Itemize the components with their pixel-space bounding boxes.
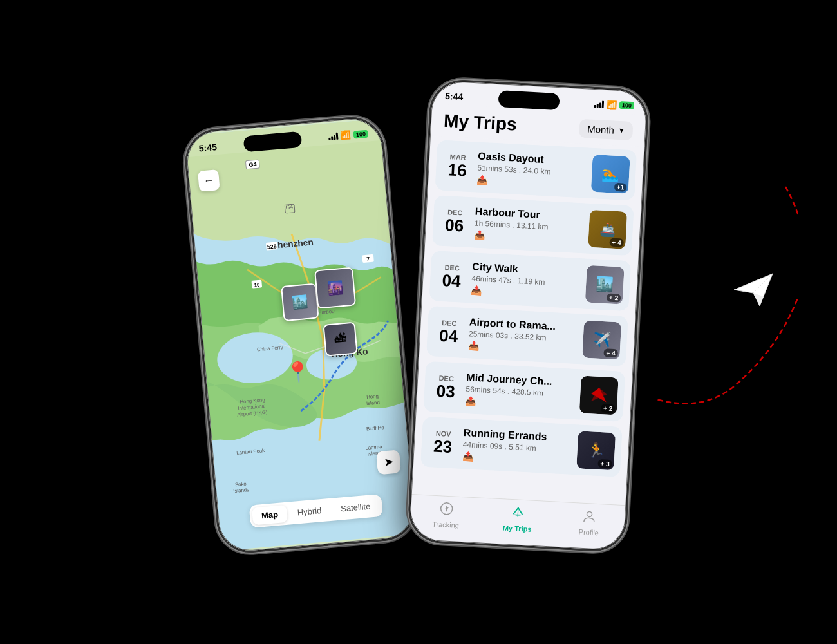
trip-date-5: DEC 03: [431, 374, 460, 401]
trip-item-1[interactable]: MAR 16 Oasis Dayout 51mins 53s . 24.0 km…: [435, 140, 637, 200]
tab-profile-label: Profile: [578, 528, 599, 537]
back-arrow-icon: ←: [203, 175, 215, 187]
tracking-tab-icon: [438, 501, 453, 519]
svg-text:Island: Island: [366, 399, 381, 406]
right-status-icons: 📶 100: [594, 99, 634, 110]
trip-item-3[interactable]: DEC 04 City Walk 46mins 47s . 1.19 km 📤 …: [429, 251, 632, 311]
map-photo-2: 🌆: [314, 267, 356, 308]
svg-text:Soko: Soko: [235, 481, 247, 488]
battery-icon: 100: [353, 129, 368, 138]
map-location-pin: 📍: [284, 359, 312, 386]
map-back-button[interactable]: ←: [198, 169, 220, 192]
trip-item-2[interactable]: DEC 06 Harbour Tour 1h 56mins . 13.11 km…: [432, 195, 634, 256]
trip-item-5[interactable]: DEC 03 Mid Journey Ch... 56mins 54s . 42…: [424, 361, 626, 422]
mute-button: [185, 183, 189, 199]
month-label: Month: [587, 123, 615, 135]
trips-screen: 5:44 📶 100 My Trip: [409, 80, 648, 551]
svg-text:Hong: Hong: [366, 393, 379, 401]
svg-text:10: 10: [254, 282, 260, 289]
trips-title: My Trips: [443, 111, 517, 135]
tab-my-trips-label: My Trips: [503, 524, 532, 533]
trip-thumb-5: + 2: [579, 375, 619, 415]
svg-text:525: 525: [267, 243, 277, 250]
month-dropdown[interactable]: Month ▼: [579, 118, 634, 140]
trip-date-1: MAR 16: [443, 153, 471, 180]
trip-date-4: DEC 04: [435, 318, 463, 346]
right-time: 5:44: [445, 91, 464, 102]
right-volume-up: [424, 149, 428, 175]
volume-up-button: [185, 196, 190, 218]
right-mute: [425, 135, 428, 153]
trip-thumb-badge-6: + 3: [597, 459, 612, 468]
left-phone: 5:45 📶 100: [183, 115, 418, 556]
trip-thumb-badge-3: + 2: [607, 293, 621, 302]
profile-tab-icon: [582, 509, 597, 527]
trip-info-2: Harbour Tour 1h 56mins . 13.11 km 📤: [474, 205, 584, 245]
tab-profile[interactable]: Profile: [569, 508, 609, 537]
svg-text:7: 7: [366, 256, 370, 262]
trip-info-3: City Walk 46mins 47s . 1.19 km 📤: [471, 261, 581, 301]
left-status-icons: 📶 100: [328, 129, 368, 142]
trip-thumb-badge-4: + 4: [603, 348, 618, 357]
map-photo-3: 🏙: [323, 321, 358, 356]
map-svg: Shenzhen Hong Ko G4 China Ferry Hong Kon…: [185, 117, 417, 553]
trip-info-4: Airport to Rama... 25mins 03s . 33.52 km…: [468, 316, 578, 356]
svg-point-33: [587, 511, 592, 516]
trip-item-4[interactable]: DEC 04 Airport to Rama... 25mins 03s . 3…: [426, 306, 628, 366]
trip-info-1: Oasis Dayout 51mins 53s . 24.0 km 📤: [476, 150, 587, 190]
right-battery-icon: 100: [619, 101, 634, 109]
svg-line-32: [518, 508, 518, 517]
tab-tracking-label: Tracking: [432, 520, 459, 529]
map-photo-1: 🏙️: [281, 283, 319, 321]
trip-thumb-2: 🚢 + 4: [588, 210, 627, 249]
my-trips-tab-icon: [511, 505, 525, 523]
right-power-button: [643, 173, 648, 218]
trip-thumb-6: 🏃 + 3: [576, 431, 616, 470]
map-container[interactable]: Shenzhen Hong Ko G4 China Ferry Hong Kon…: [185, 117, 417, 553]
trip-date-6: NOV 23: [429, 429, 457, 457]
wifi-icon: 📶: [340, 130, 351, 140]
right-signal-icon: [594, 100, 605, 108]
map-location-button[interactable]: ➤: [376, 450, 401, 475]
route-marker-g4: G4: [245, 159, 260, 169]
trip-info-5: Mid Journey Ch... 56mins 54s . 428.5 km …: [465, 372, 575, 412]
trip-thumb-4: ✈️ + 4: [582, 321, 621, 360]
signal-icon: [328, 133, 339, 140]
left-phone-screen: 5:45 📶 100: [185, 117, 417, 553]
trips-list: MAR 16 Oasis Dayout 51mins 53s . 24.0 km…: [411, 136, 645, 506]
map-type-satellite[interactable]: Satellite: [331, 497, 380, 518]
trip-date-2: DEC 06: [440, 207, 469, 235]
trip-thumb-badge-2: + 4: [609, 238, 624, 247]
right-wifi-icon: 📶: [606, 99, 617, 109]
volume-down-button: [188, 225, 193, 247]
chevron-down-icon: ▼: [618, 126, 626, 135]
trip-thumb-1: 🏊 +1: [591, 155, 630, 194]
map-type-hybrid[interactable]: Hybrid: [288, 501, 332, 522]
tab-tracking[interactable]: Tracking: [426, 500, 466, 529]
right-phone: 5:44 📶 100 My Trip: [407, 79, 650, 553]
left-time: 5:45: [198, 142, 217, 153]
tab-my-trips[interactable]: My Trips: [498, 504, 538, 533]
trip-date-3: DEC 04: [437, 263, 466, 290]
trip-thumb-3: 🏙️ + 2: [585, 265, 625, 305]
right-phone-screen: 5:44 📶 100 My Trip: [409, 80, 648, 551]
right-dynamic-island: [498, 90, 560, 110]
trip-item-6[interactable]: NOV 23 Running Errands 44mins 09s . 5.51…: [420, 417, 623, 477]
trip-info-6: Running Errands 44mins 09s . 5.51 km 📤: [462, 427, 572, 467]
paper-airplane-decoration: [731, 270, 776, 309]
right-volume-down: [422, 181, 426, 207]
map-type-map[interactable]: Map: [252, 505, 288, 526]
main-scene: 5:45 📶 100: [0, 0, 837, 644]
trip-thumb-badge-5: + 2: [601, 404, 616, 413]
navigation-icon: ➤: [383, 455, 394, 469]
trip-thumb-badge-1: +1: [614, 183, 626, 192]
